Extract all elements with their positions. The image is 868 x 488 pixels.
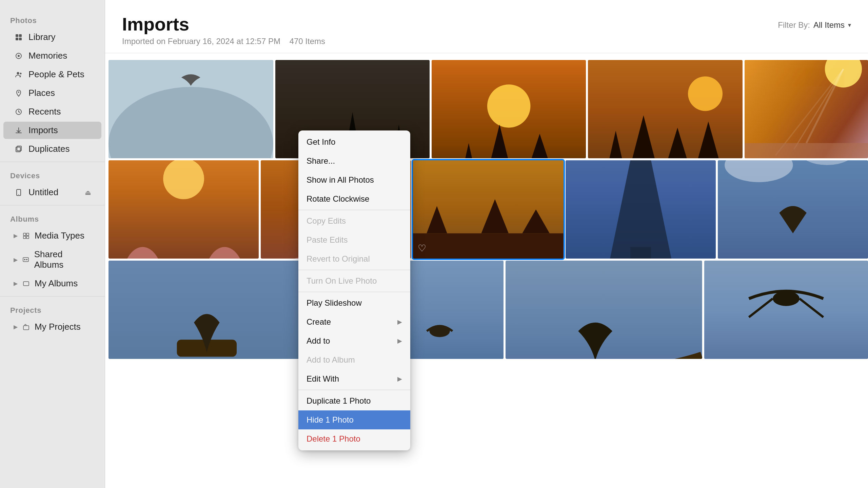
svg-point-7 bbox=[20, 73, 22, 74]
svg-rect-2 bbox=[16, 38, 18, 40]
ctx-separator-2 bbox=[298, 270, 410, 270]
people-icon bbox=[14, 69, 24, 80]
sidebar-group-media-types[interactable]: ▶ Media Types bbox=[3, 227, 101, 244]
library-icon bbox=[14, 32, 24, 42]
ctx-duplicate-photo[interactable]: Duplicate 1 Photo bbox=[298, 391, 410, 410]
photo-9[interactable] bbox=[566, 160, 716, 259]
svg-rect-18 bbox=[23, 258, 28, 262]
sidebar-item-imports[interactable]: Imports bbox=[3, 122, 101, 139]
photo-1[interactable] bbox=[108, 60, 273, 158]
my-projects-icon bbox=[21, 322, 31, 332]
my-projects-chevron: ▶ bbox=[14, 324, 18, 330]
shared-albums-chevron: ▶ bbox=[14, 257, 18, 263]
svg-rect-49 bbox=[745, 143, 868, 158]
photo-10[interactable] bbox=[718, 160, 868, 259]
media-types-label: Media Types bbox=[35, 230, 84, 241]
media-types-chevron: ▶ bbox=[14, 232, 18, 239]
ctx-revert-label: Revert to Original bbox=[307, 254, 370, 264]
filter-value: All Items bbox=[813, 20, 845, 30]
sidebar-item-memories[interactable]: Memories bbox=[3, 47, 101, 64]
sidebar-group-my-albums[interactable]: ▶ My Albums bbox=[3, 275, 101, 292]
svg-rect-16 bbox=[23, 236, 26, 239]
filter-label: Filter By: bbox=[778, 20, 810, 30]
ctx-copy-edits-label: Copy Edits bbox=[307, 216, 346, 226]
svg-point-5 bbox=[18, 55, 20, 57]
photo-3[interactable] bbox=[432, 60, 586, 158]
sidebar-group-my-projects[interactable]: ▶ My Projects bbox=[3, 318, 101, 336]
page-subtitle: Imported on February 16, 2024 at 12:57 P… bbox=[122, 37, 325, 46]
ctx-hide-photo[interactable]: Hide 1 Photo bbox=[298, 410, 410, 429]
ctx-share[interactable]: Share... bbox=[298, 151, 410, 170]
ctx-rotate-clockwise[interactable]: Rotate Clockwise bbox=[298, 189, 410, 208]
sidebar-item-places[interactable]: Places bbox=[3, 84, 101, 102]
main-header: Imports Imported on February 16, 2024 at… bbox=[105, 0, 868, 53]
svg-rect-21 bbox=[23, 282, 29, 286]
ctx-edit-with-chevron: ▶ bbox=[397, 375, 402, 383]
svg-marker-40 bbox=[622, 115, 665, 158]
import-date: Imported on February 16, 2024 at 12:57 P… bbox=[122, 37, 280, 46]
svg-point-52 bbox=[122, 247, 163, 259]
ctx-show-in-all-photos[interactable]: Show in All Photos bbox=[298, 170, 410, 189]
ctx-turn-on-live-photo: Turn On Live Photo bbox=[298, 271, 410, 290]
svg-rect-76 bbox=[506, 261, 702, 359]
ctx-edit-with[interactable]: Edit With ▶ bbox=[298, 369, 410, 388]
my-projects-label: My Projects bbox=[35, 322, 81, 332]
eject-icon[interactable]: ⏏ bbox=[85, 188, 91, 197]
photo-row-3 bbox=[108, 261, 868, 359]
svg-point-13 bbox=[18, 194, 19, 195]
sidebar-item-duplicates[interactable]: Duplicates bbox=[3, 140, 101, 158]
page-title: Imports bbox=[122, 14, 325, 35]
svg-rect-61 bbox=[413, 233, 563, 259]
svg-marker-39 bbox=[600, 131, 631, 158]
svg-rect-71 bbox=[108, 261, 305, 359]
photo-row-2: ♡ bbox=[108, 160, 868, 259]
photo-11[interactable] bbox=[108, 261, 305, 359]
photo-8-selected[interactable]: ♡ bbox=[413, 160, 563, 259]
sidebar-item-library[interactable]: Library bbox=[3, 28, 101, 46]
main-content: Imports Imported on February 16, 2024 at… bbox=[105, 0, 868, 488]
duplicates-label: Duplicates bbox=[28, 144, 91, 154]
photo-4[interactable] bbox=[588, 60, 742, 158]
sidebar-group-shared-albums[interactable]: ▶ Shared Albums bbox=[3, 246, 101, 273]
svg-point-75 bbox=[429, 325, 450, 337]
people-pets-label: People & Pets bbox=[28, 69, 91, 80]
my-albums-icon bbox=[21, 279, 31, 289]
context-menu: Get Info Share... Show in All Photos Rot… bbox=[298, 130, 410, 450]
ctx-separator-1 bbox=[298, 210, 410, 210]
svg-rect-60 bbox=[413, 160, 563, 259]
my-albums-chevron: ▶ bbox=[14, 280, 18, 287]
ctx-delete-photo[interactable]: Delete 1 Photo bbox=[298, 429, 410, 448]
ctx-duplicate-label: Duplicate 1 Photo bbox=[307, 396, 371, 406]
ctx-show-label: Show in All Photos bbox=[307, 175, 374, 185]
recents-label: Recents bbox=[28, 106, 91, 117]
photo-13[interactable] bbox=[506, 261, 702, 359]
ctx-add-to[interactable]: Add to ▶ bbox=[298, 331, 410, 350]
devices-section-header: Devices bbox=[0, 165, 105, 183]
device-untitled[interactable]: Untitled ⏏ bbox=[3, 184, 101, 201]
ctx-separator-4 bbox=[298, 390, 410, 390]
photo-6[interactable] bbox=[108, 160, 259, 259]
photo-row-1 bbox=[108, 60, 868, 158]
sidebar-item-people-pets[interactable]: People & Pets bbox=[3, 66, 101, 83]
filter-bar[interactable]: Filter By: All Items ▾ bbox=[778, 20, 851, 30]
photo-14[interactable] bbox=[704, 261, 868, 359]
shared-albums-icon bbox=[21, 255, 31, 265]
ctx-play-slideshow[interactable]: Play Slideshow bbox=[298, 293, 410, 312]
ctx-create-chevron: ▶ bbox=[397, 318, 402, 326]
item-count: 470 Items bbox=[290, 37, 325, 46]
svg-rect-17 bbox=[26, 236, 29, 239]
svg-marker-33 bbox=[456, 143, 481, 158]
ctx-get-info[interactable]: Get Info bbox=[298, 133, 410, 151]
svg-point-19 bbox=[24, 259, 25, 260]
ctx-create[interactable]: Create ▶ bbox=[298, 312, 410, 331]
recents-icon bbox=[14, 107, 24, 117]
ctx-get-info-label: Get Info bbox=[307, 137, 335, 147]
heart-icon: ♡ bbox=[418, 243, 426, 254]
photo-5[interactable] bbox=[745, 60, 868, 158]
svg-rect-72 bbox=[177, 340, 237, 357]
svg-marker-41 bbox=[656, 128, 699, 158]
device-icon bbox=[14, 187, 24, 198]
sidebar-item-recents[interactable]: Recents bbox=[3, 103, 101, 120]
ctx-hide-label: Hide 1 Photo bbox=[307, 415, 354, 425]
svg-rect-31 bbox=[432, 60, 586, 158]
